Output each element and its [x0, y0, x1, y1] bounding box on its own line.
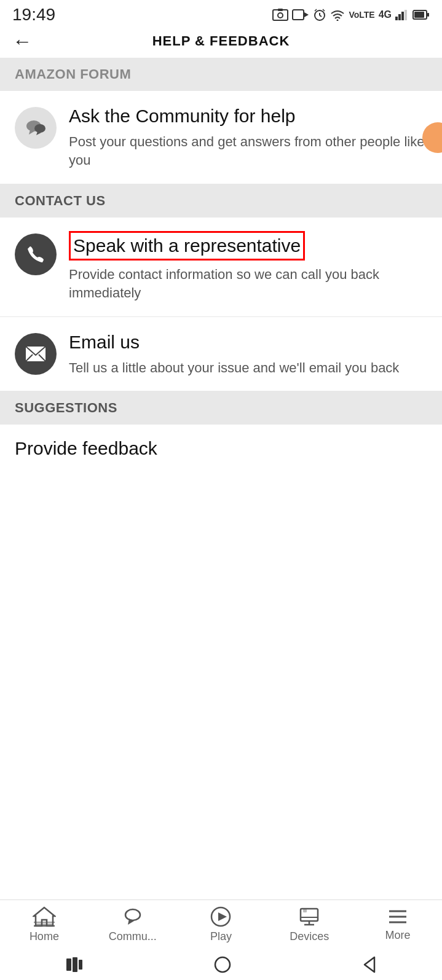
home-icon: [33, 906, 56, 927]
svg-rect-43: [66, 958, 71, 971]
svg-rect-16: [414, 12, 424, 18]
more-nav-icon: [387, 907, 409, 926]
speak-representative-content: Speak with a representative Provide cont…: [69, 231, 427, 303]
4g-label: 4G: [379, 9, 392, 20]
battery-icon: [412, 9, 430, 20]
email-icon-circle: [15, 333, 57, 375]
svg-marker-4: [304, 12, 309, 17]
svg-rect-3: [293, 10, 304, 20]
android-recent-btn[interactable]: [65, 956, 84, 973]
speak-representative-item[interactable]: Speak with a representative Provide cont…: [0, 218, 442, 317]
photo-icon: [272, 8, 288, 22]
bottom-nav: Home Commu... Play: [0, 900, 442, 980]
nav-more-label: More: [385, 929, 411, 942]
svg-rect-44: [73, 957, 77, 972]
svg-rect-45: [79, 960, 82, 970]
nav-home[interactable]: Home: [14, 906, 75, 943]
svg-line-8: [315, 9, 317, 11]
svg-point-10: [337, 20, 339, 22]
devices-nav-icon: [298, 906, 320, 927]
phone-icon-circle: [15, 233, 57, 275]
speak-representative-highlight: Speak with a representative: [69, 231, 305, 261]
alarm-icon: [313, 8, 326, 22]
svg-rect-46: [215, 957, 230, 972]
nav-devices-label: Devices: [290, 930, 329, 943]
community-icon: [24, 116, 47, 139]
status-time: 19:49: [12, 5, 55, 25]
play-nav-icon: [210, 906, 231, 927]
provide-feedback-item[interactable]: Provide feedback: [0, 425, 442, 472]
svg-point-1: [278, 13, 283, 18]
svg-rect-0: [273, 10, 288, 20]
email-us-title: Email us: [69, 331, 427, 354]
svg-line-7: [320, 15, 322, 17]
volte-label: VoLTE: [349, 10, 374, 20]
ask-community-content: Ask the Community for help Post your que…: [69, 104, 427, 170]
svg-rect-17: [427, 13, 429, 17]
wifi-icon: [330, 9, 345, 21]
android-home-btn[interactable]: [213, 955, 232, 974]
suggestions-section-header: SUGGESTIONS: [0, 391, 442, 425]
svg-point-20: [34, 124, 45, 133]
nav-community[interactable]: Commu...: [102, 906, 164, 943]
svg-marker-34: [218, 912, 227, 921]
bottom-nav-items: Home Commu... Play: [0, 900, 442, 947]
svg-rect-39: [303, 909, 307, 912]
nav-play-label: Play: [210, 930, 232, 943]
android-back-btn[interactable]: [362, 956, 377, 973]
svg-rect-2: [278, 9, 283, 11]
provide-feedback-title: Provide feedback: [15, 438, 427, 459]
nav-community-label: Commu...: [109, 930, 157, 943]
email-us-item[interactable]: Email us Tell us a little about your iss…: [0, 317, 442, 391]
suggestions-label: SUGGESTIONS: [15, 400, 117, 415]
community-icon-circle: [15, 107, 57, 149]
svg-marker-47: [365, 957, 374, 972]
back-button[interactable]: ←: [12, 30, 32, 53]
ask-community-desc: Post your questions and get answers from…: [69, 133, 427, 171]
speak-representative-title: Speak with a representative: [73, 234, 301, 257]
nav-play[interactable]: Play: [190, 906, 251, 943]
contact-us-section-header: CONTACT US: [0, 184, 442, 218]
email-us-content: Email us Tell us a little about your iss…: [69, 331, 427, 377]
video-icon: [292, 9, 309, 21]
nav-more[interactable]: More: [367, 907, 428, 942]
svg-line-9: [323, 9, 325, 11]
top-nav: ← HELP & FEEDBACK: [0, 27, 442, 58]
page-title: HELP & FEEDBACK: [152, 33, 290, 49]
status-bar: 19:49 VoLTE 4G: [0, 0, 442, 27]
email-icon: [25, 345, 47, 363]
contact-us-label: CONTACT US: [15, 193, 106, 208]
svg-rect-13: [401, 12, 404, 20]
svg-rect-11: [395, 17, 398, 20]
phone-icon: [25, 244, 46, 265]
svg-marker-27: [34, 907, 55, 926]
ask-community-title: Ask the Community for help: [69, 104, 427, 128]
status-icons: VoLTE 4G: [272, 8, 430, 22]
community-nav-icon: [122, 906, 144, 927]
android-nav-bar: [0, 947, 442, 980]
svg-rect-12: [398, 14, 401, 20]
amazon-forum-section-header: AMAZON FORUM: [0, 58, 442, 91]
nav-home-label: Home: [30, 930, 59, 943]
email-us-desc: Tell us a little about your issue and we…: [69, 359, 427, 378]
signal-icon: [395, 9, 409, 20]
svg-rect-14: [405, 10, 407, 20]
amazon-forum-label: AMAZON FORUM: [15, 66, 131, 82]
ask-community-item[interactable]: Ask the Community for help Post your que…: [0, 91, 442, 184]
speak-representative-desc: Provide contact information so we can ca…: [69, 265, 427, 304]
nav-devices[interactable]: Devices: [278, 906, 340, 943]
svg-point-31: [125, 909, 140, 920]
